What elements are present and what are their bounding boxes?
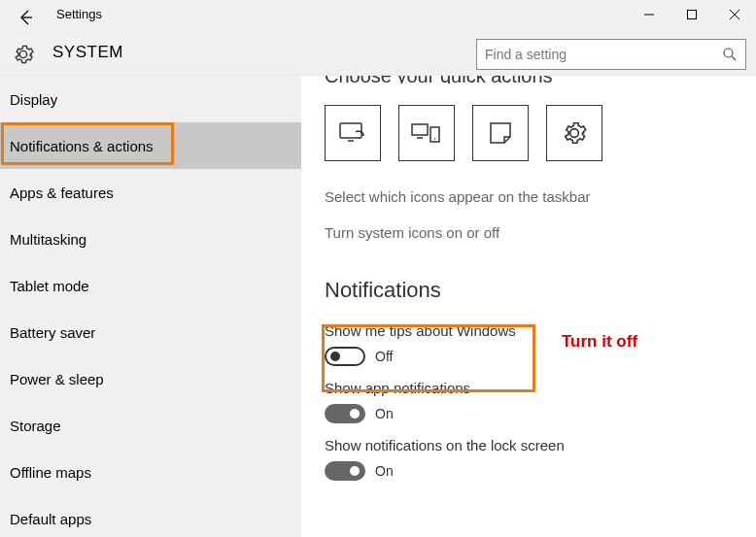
window-title: Settings xyxy=(56,7,102,21)
search-input[interactable] xyxy=(485,47,722,62)
sidebar-item-display[interactable]: Display xyxy=(0,76,301,122)
quick-action-row xyxy=(325,105,733,161)
svg-line-5 xyxy=(732,56,736,60)
quick-action-note[interactable] xyxy=(472,105,529,161)
close-button[interactable] xyxy=(713,0,756,29)
toggle-label: Show app notifications xyxy=(325,380,733,396)
minimize-button[interactable] xyxy=(628,0,670,29)
toggle-state-text: On xyxy=(375,463,394,479)
sidebar-item-battery-saver[interactable]: Battery saver xyxy=(0,309,301,355)
sidebar-item-default-apps[interactable]: Default apps xyxy=(0,495,301,537)
toggle-switch[interactable] xyxy=(325,404,365,423)
toggle-group-0: Show me tips about WindowsOff xyxy=(325,322,733,366)
sidebar-item-tablet-mode[interactable]: Tablet mode xyxy=(0,262,301,309)
window-controls xyxy=(628,0,756,29)
svg-point-4 xyxy=(724,49,733,57)
quick-action-tablet-mode[interactable] xyxy=(325,105,381,161)
toggle-state-text: Off xyxy=(375,349,393,364)
search-icon xyxy=(722,47,738,62)
toggle-label: Show notifications on the lock screen xyxy=(325,437,733,453)
toggle-group-1: Show app notificationsOn xyxy=(325,380,733,423)
header: Settings SYSTEM xyxy=(0,0,756,76)
page-title: SYSTEM xyxy=(52,43,123,62)
toggle-switch[interactable] xyxy=(325,461,365,481)
link-taskbar-icons[interactable]: Select which icons appear on the taskbar xyxy=(325,188,733,205)
search-box[interactable] xyxy=(476,39,746,70)
notifications-heading: Notifications xyxy=(325,278,733,303)
sidebar-item-power-sleep[interactable]: Power & sleep xyxy=(0,355,301,402)
sidebar-item-multitasking[interactable]: Multitasking xyxy=(0,216,301,262)
svg-point-8 xyxy=(359,137,361,139)
toggle-switch[interactable] xyxy=(325,347,365,366)
toggle-group-2: Show notifications on the lock screenOn xyxy=(325,437,733,481)
svg-rect-1 xyxy=(688,11,697,19)
sidebar-item-offline-maps[interactable]: Offline maps xyxy=(0,449,301,495)
quick-action-settings[interactable] xyxy=(546,105,602,161)
toggle-state-text: On xyxy=(375,406,394,421)
content-area: Choose your quick actions Select which i… xyxy=(301,76,756,537)
sidebar-item-storage[interactable]: Storage xyxy=(0,402,301,449)
quick-actions-heading: Choose your quick actions xyxy=(325,76,733,84)
link-system-icons[interactable]: Turn system icons on or off xyxy=(325,224,733,241)
gear-icon xyxy=(12,43,35,66)
quick-action-connect[interactable] xyxy=(398,105,455,161)
sidebar: DisplayNotifications & actionsApps & fea… xyxy=(0,76,301,537)
toggle-label: Show me tips about Windows xyxy=(325,322,733,339)
back-button[interactable] xyxy=(14,6,37,29)
sidebar-item-apps-features[interactable]: Apps & features xyxy=(0,169,301,216)
svg-rect-9 xyxy=(412,124,428,135)
sidebar-item-notifications-actions[interactable]: Notifications & actions xyxy=(0,122,301,169)
maximize-button[interactable] xyxy=(670,0,713,29)
svg-point-12 xyxy=(434,138,436,140)
